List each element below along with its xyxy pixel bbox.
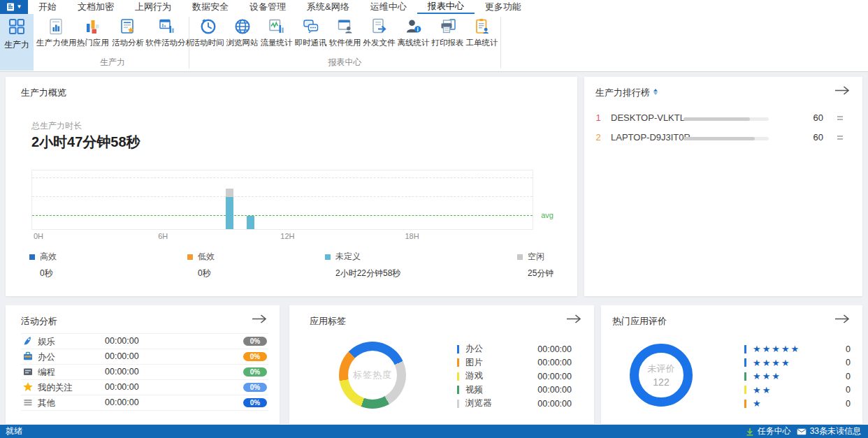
rank-bar-track xyxy=(683,117,769,121)
arrow-right-icon[interactable] xyxy=(566,314,581,323)
activity-label: 编程 xyxy=(38,367,55,379)
tag-legend-row[interactable]: 办公00:00:00 xyxy=(457,342,572,356)
clipboard-user-icon xyxy=(473,17,491,36)
ranking-row[interactable]: 1 DESKTOP-VLKTL... 60 xyxy=(584,109,862,127)
tab-more[interactable]: 更多功能 xyxy=(475,0,532,14)
rating-row[interactable]: ★★0 xyxy=(744,384,851,397)
tags-center-label: 标签热度 xyxy=(353,369,392,381)
ribbon-item-software-activity-analysis[interactable]: 软件活动分析 xyxy=(145,14,189,48)
unread-messages-label: 33条未读信息 xyxy=(810,425,861,437)
x-tick: 0H xyxy=(29,232,48,240)
tag-legend-row[interactable]: 浏览器00:00:00 xyxy=(457,397,572,411)
tag-legend-row[interactable]: 游戏00:00:00 xyxy=(457,370,572,384)
ribbon-item-productivity-usage[interactable]: 生产力使用 xyxy=(36,14,75,48)
tab-system-network[interactable]: 系统&网络 xyxy=(296,0,360,14)
rating-row[interactable]: ★★★★0 xyxy=(744,356,851,370)
ribbon-item-instant-messaging[interactable]: 即时通讯 xyxy=(294,14,328,48)
ribbon-item-hot-apps[interactable]: 热门应用 xyxy=(75,14,110,48)
ribbon-productivity-button[interactable]: 生产力 xyxy=(0,14,34,71)
task-center-label: 任务中心 xyxy=(758,425,791,437)
overview-legend-swatch xyxy=(325,254,331,260)
globe-icon xyxy=(233,17,252,36)
activity-badge: 0% xyxy=(243,383,267,392)
ribbon-item-activity-time[interactable]: 活动时间 xyxy=(191,14,225,48)
tab-data-security[interactable]: 数据安全 xyxy=(182,0,239,14)
rank-computer-name: LAPTOP-D9J3IT0R xyxy=(611,132,690,143)
activity-row[interactable]: 办公 00:00:00 0% xyxy=(21,349,268,365)
rating-stars: ★★★★★ xyxy=(753,344,800,353)
tab-doc-encryption[interactable]: 文档加密 xyxy=(67,0,124,14)
ribbon-item-offline-stats[interactable]: 离线统计 xyxy=(396,14,431,48)
task-center-button[interactable]: 任务中心 xyxy=(746,425,791,437)
rating-count: 0 xyxy=(846,385,851,395)
rating-row[interactable]: ★0 xyxy=(744,397,851,411)
activity-row[interactable]: 编程 00:00:00 0% xyxy=(21,365,268,380)
tab-device-mgmt[interactable]: 设备管理 xyxy=(239,0,296,14)
chart-bar-undefined xyxy=(226,197,233,229)
activity-label: 其他 xyxy=(38,397,55,409)
app-menu-button[interactable]: ▼ xyxy=(0,0,28,14)
doc-star-icon xyxy=(119,17,137,36)
tab-web-behavior[interactable]: 上网行为 xyxy=(124,0,182,14)
overview-legend-swatch xyxy=(187,254,193,260)
ribbon-item-traffic-stats[interactable]: 流量统计 xyxy=(259,14,294,48)
rating-row[interactable]: ★★★★★0 xyxy=(744,342,851,356)
activity-row[interactable]: 我的关注 00:00:00 0% xyxy=(21,380,268,395)
activity-time: 00:00:00 xyxy=(105,351,139,361)
ribbon-item-label: 工单统计 xyxy=(465,38,499,48)
printer-icon xyxy=(439,17,457,36)
rank-number: 2 xyxy=(593,132,604,143)
tag-label: 办公 xyxy=(465,343,483,355)
panel-title: 热门应用评价 xyxy=(612,315,667,328)
tab-start[interactable]: 开始 xyxy=(28,0,67,14)
chart-bar-idle xyxy=(226,189,233,197)
gridline xyxy=(32,196,533,197)
ribbon-item-browse-websites[interactable]: 浏览网站 xyxy=(225,14,259,48)
activity-row[interactable]: 娱乐 00:00:00 0% xyxy=(21,334,268,349)
star-icon xyxy=(22,381,34,395)
status-bar: 就绪 任务中心 33条未读信息 xyxy=(0,425,868,438)
app-window: ▼ 开始 文档加密 上网行为 数据安全 设备管理 系统&网络 运维中心 报表中心… xyxy=(0,0,868,438)
unread-messages-button[interactable]: 33条未读信息 xyxy=(797,425,861,437)
ribbon-item-outgoing-files[interactable]: 外发文件 xyxy=(362,14,396,48)
tag-time: 00:00:00 xyxy=(537,385,572,395)
panel-app-rating: 热门应用评价 未评价 122 ★★★★★0 ★★★★0 ★★★0 ★★0 ★0 xyxy=(601,305,862,424)
rank-computer-name: DESKTOP-VLKTL... xyxy=(611,112,693,123)
legend-value: 2小时22分钟58秒 xyxy=(335,268,400,279)
legend-value: 0秒 xyxy=(40,268,57,279)
rocket-icon xyxy=(22,335,34,349)
activity-label: 办公 xyxy=(38,351,55,363)
tag-tick xyxy=(457,386,459,394)
arrow-right-icon[interactable] xyxy=(252,314,267,323)
ranking-row[interactable]: 2 LAPTOP-D9J3IT0R 60 xyxy=(584,129,862,147)
tag-legend-row[interactable]: 视频00:00:00 xyxy=(457,384,572,397)
ribbon-item-print-report[interactable]: 打印报表 xyxy=(431,14,465,48)
activity-badge: 0% xyxy=(243,352,267,361)
rating-tick xyxy=(744,358,746,367)
ribbon-item-software-usage[interactable]: 软件使用 xyxy=(328,14,362,48)
clock-icon xyxy=(199,17,217,36)
tab-ops-center[interactable]: 运维中心 xyxy=(360,0,417,14)
window-user-icon xyxy=(336,17,354,36)
window-bars-icon xyxy=(158,17,176,36)
ribbon-item-work-order-stats[interactable]: 工单统计 xyxy=(465,14,499,48)
chart-bar-undefined xyxy=(247,216,254,229)
rating-row[interactable]: ★★★0 xyxy=(744,370,851,384)
ribbon-item-activity-analysis[interactable]: 活动分析 xyxy=(110,14,145,48)
legend-label: 高效 xyxy=(40,251,57,263)
envelope-icon xyxy=(797,428,806,435)
activity-row[interactable]: 其他 00:00:00 0% xyxy=(21,395,268,411)
tag-label: 游戏 xyxy=(465,370,483,382)
arrow-right-icon[interactable] xyxy=(834,314,850,323)
rating-count: 0 xyxy=(846,358,851,367)
panel-app-tags: 应用标签 标签热度 办公00:00:00 图片00:00:00 游戏00:00:… xyxy=(289,305,594,424)
tag-legend-row[interactable]: 图片00:00:00 xyxy=(457,356,572,370)
tab-report-center[interactable]: 报表中心 xyxy=(417,0,475,14)
arrow-right-icon[interactable] xyxy=(834,85,850,95)
sort-icon[interactable] xyxy=(653,89,658,96)
ribbon-item-label: 活动分析 xyxy=(110,38,145,48)
chat-bubbles-icon xyxy=(302,17,320,36)
tag-time: 00:00:00 xyxy=(537,358,572,367)
rank-bar-fill xyxy=(683,137,755,140)
tag-tick xyxy=(457,345,459,353)
